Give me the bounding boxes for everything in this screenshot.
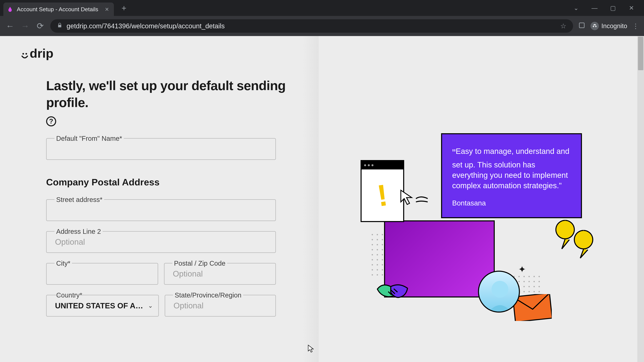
logo[interactable]: drip — [20, 46, 298, 60]
page-heading: Lastly, we'll set up your default sendin… — [46, 77, 298, 111]
quote-text: Easy to manage, understand and set up. T… — [452, 147, 569, 190]
extensions-icon[interactable] — [578, 22, 586, 30]
exclamation-icon: ! — [375, 177, 390, 213]
country-select[interactable]: UNITED STATES OF A… ⌄ — [46, 295, 159, 317]
browser-tab[interactable]: Account Setup - Account Details × — [3, 2, 114, 16]
incognito-badge[interactable]: Incognito — [590, 22, 627, 30]
line2-label: Address Line 2 — [54, 228, 103, 235]
close-window-icon[interactable]: ✕ — [627, 4, 636, 11]
form: Default "From" Name* Company Postal Addr… — [46, 138, 276, 327]
mouse-cursor-icon — [308, 345, 314, 354]
form-panel: drip Lastly, we'll set up your default s… — [0, 36, 319, 362]
scrollbar-thumb[interactable] — [638, 37, 643, 70]
chevron-down-icon: ⌄ — [148, 302, 153, 309]
help-icon[interactable]: ? — [46, 116, 56, 126]
quote-author: Bontasana — [452, 199, 571, 207]
city-label: City* — [54, 260, 72, 267]
drip-logo-icon — [20, 49, 29, 58]
page-content: drip Lastly, we'll set up your default s… — [0, 36, 644, 362]
minimize-icon[interactable]: — — [590, 4, 599, 11]
avatar-icon — [478, 271, 520, 313]
handshake-icon — [372, 272, 414, 308]
postal-label: Postal / Zip Code — [172, 260, 227, 267]
speech-bubble-icon — [554, 215, 597, 259]
new-tab-button[interactable]: + — [119, 3, 129, 13]
sparkle-icon: ✦ — [518, 264, 526, 275]
bookmark-icon[interactable]: ☆ — [560, 22, 566, 30]
toolbar: ← → ⟳ getdrip.com/7641396/welcome/setup/… — [0, 16, 644, 36]
country-selected: UNITED STATES OF A… — [46, 295, 159, 317]
svg-rect-0 — [579, 23, 584, 28]
state-label: State/Province/Region — [173, 292, 243, 299]
lock-icon — [57, 23, 62, 29]
illustration-panel: ! "Easy to manage, understand and set up… — [319, 36, 644, 362]
forward-button[interactable]: → — [20, 21, 30, 31]
envelope-icon — [513, 294, 552, 321]
svg-point-1 — [22, 53, 24, 55]
address-bar[interactable]: getdrip.com/7641396/welcome/setup/accoun… — [50, 19, 573, 33]
illustration-mini-window: ! — [360, 160, 404, 222]
window-controls: ⌄ — ▢ ✕ — [572, 4, 641, 11]
menu-icon[interactable]: ⋮ — [632, 22, 639, 30]
illustration: ! "Easy to manage, understand and set up… — [360, 103, 612, 304]
svg-rect-4 — [513, 294, 552, 321]
street-label: Street address* — [54, 196, 104, 203]
reload-button[interactable]: ⟳ — [35, 21, 45, 31]
incognito-label: Incognito — [602, 22, 627, 30]
close-tab-icon[interactable]: × — [105, 5, 109, 13]
url-text: getdrip.com/7641396/welcome/setup/accoun… — [66, 22, 225, 30]
tab-bar: Account Setup - Account Details × + ⌄ — … — [0, 0, 644, 16]
maximize-icon[interactable]: ▢ — [609, 4, 617, 11]
svg-point-3 — [492, 281, 508, 298]
testimonial-card: "Easy to manage, understand and set up. … — [441, 133, 582, 218]
svg-point-2 — [26, 53, 27, 55]
from-name-label: Default "From" Name* — [54, 135, 124, 142]
tab-dropdown-icon[interactable]: ⌄ — [572, 4, 580, 11]
drip-favicon-icon — [7, 6, 14, 12]
vertical-scrollbar[interactable] — [637, 36, 644, 362]
cursor-illustration-icon — [399, 189, 436, 209]
browser-chrome: Account Setup - Account Details × + ⌄ — … — [0, 0, 644, 36]
postal-section-header: Company Postal Address — [46, 177, 276, 188]
tab-title: Account Setup - Account Details — [17, 6, 98, 12]
back-button[interactable]: ← — [5, 21, 15, 31]
logo-text: drip — [30, 46, 54, 60]
incognito-icon — [590, 22, 599, 30]
